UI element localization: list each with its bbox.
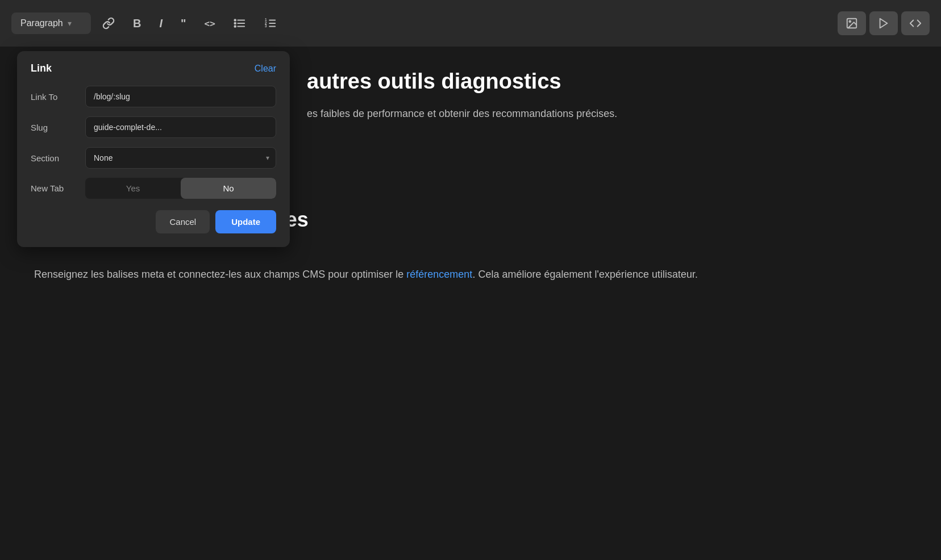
bold-button[interactable]: B xyxy=(126,12,148,35)
svg-point-5 xyxy=(234,26,236,27)
body-text-start: Renseignez les balises meta et connectez… xyxy=(34,269,406,280)
section-label: Section xyxy=(31,153,76,163)
italic-button[interactable]: I xyxy=(152,12,169,35)
section-field: Section None Introduction Summary ▾ xyxy=(31,147,276,169)
body-link[interactable]: référencement xyxy=(406,269,472,280)
slug-label: Slug xyxy=(31,123,76,132)
paragraph-select-chevron: ▾ xyxy=(68,19,72,28)
svg-point-3 xyxy=(234,19,236,21)
embed-code-button[interactable] xyxy=(901,11,930,35)
link-clear-button[interactable]: Clear xyxy=(255,64,276,74)
popup-actions: Cancel Update xyxy=(31,210,276,233)
unordered-list-button[interactable] xyxy=(227,12,253,34)
link-to-field: Link To xyxy=(31,86,276,107)
code-inline-button[interactable]: <> xyxy=(198,14,222,34)
paragraph-select[interactable]: Paragraph ▾ xyxy=(11,12,91,34)
new-tab-yes-button[interactable]: Yes xyxy=(85,178,181,199)
content-paragraph: es faibles de performance et obtenir des… xyxy=(307,105,907,123)
link-popup-header: Link Clear xyxy=(31,62,276,74)
svg-point-4 xyxy=(234,23,236,24)
new-tab-no-button[interactable]: No xyxy=(181,178,276,199)
ordered-list-button[interactable]: 1 2 3 xyxy=(257,12,284,34)
content-heading: autres outils diagnostics xyxy=(307,69,907,94)
body-text-end: . Cela améliore également l'expérience u… xyxy=(472,269,698,280)
link-to-label: Link To xyxy=(31,92,76,102)
section-select[interactable]: None Introduction Summary xyxy=(85,147,276,169)
body-text: Renseignez les balises meta et connectez… xyxy=(34,266,907,283)
toolbar: Paragraph ▾ B I " <> 1 2 3 xyxy=(0,0,941,47)
quote-button[interactable]: " xyxy=(174,12,193,35)
link-button[interactable] xyxy=(95,12,122,34)
slug-field: Slug xyxy=(31,116,276,138)
new-tab-label: New Tab xyxy=(31,183,76,193)
new-tab-toggle-group: Yes No xyxy=(85,178,276,199)
link-to-input[interactable] xyxy=(85,86,276,107)
svg-text:3: 3 xyxy=(265,24,267,28)
cancel-button[interactable]: Cancel xyxy=(156,210,210,233)
slug-input[interactable] xyxy=(85,116,276,138)
video-button[interactable] xyxy=(869,11,898,35)
svg-marker-14 xyxy=(880,19,888,28)
update-button[interactable]: Update xyxy=(215,210,276,233)
paragraph-select-label: Paragraph xyxy=(20,18,63,28)
image-button[interactable] xyxy=(838,11,866,35)
svg-point-13 xyxy=(849,20,851,22)
new-tab-field: New Tab Yes No xyxy=(31,178,276,199)
section-select-wrapper: None Introduction Summary ▾ xyxy=(85,147,276,169)
link-popup-title: Link xyxy=(31,62,52,74)
link-popup: Link Clear Link To Slug Section None Int… xyxy=(17,51,290,247)
